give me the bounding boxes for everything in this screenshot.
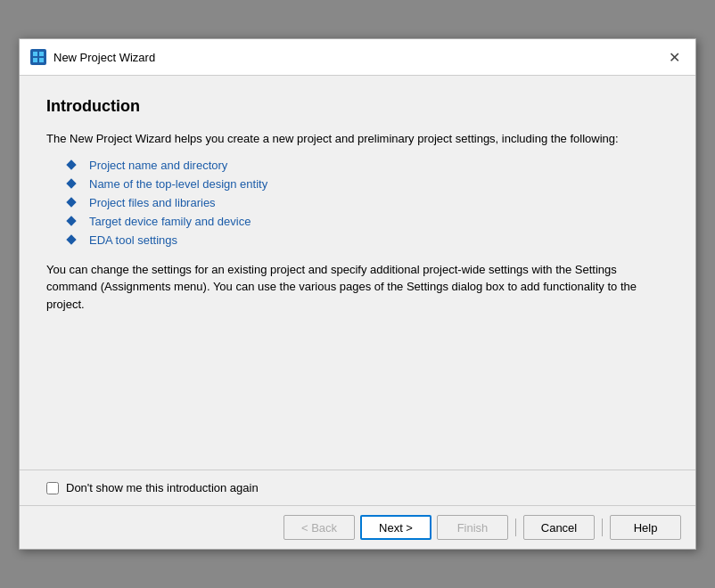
bullet-diamond-icon bbox=[66, 216, 76, 225]
dialog-title: New Project Wizard bbox=[53, 51, 155, 64]
dialog-window: New Project Wizard ✕ Introduction The Ne… bbox=[19, 38, 696, 550]
list-item: EDA tool settings bbox=[46, 233, 669, 247]
dont-show-checkbox[interactable] bbox=[46, 482, 59, 494]
list-item: Target device family and device bbox=[46, 215, 669, 228]
button-bar: < Back Next > Finish Cancel Help bbox=[20, 505, 695, 549]
dialog-content: Introduction The New Project Wizard help… bbox=[20, 76, 695, 470]
feature-list: Project name and directoryName of the to… bbox=[46, 159, 669, 247]
list-item: Project files and libraries bbox=[46, 196, 669, 209]
close-button[interactable]: ✕ bbox=[663, 46, 685, 68]
next-button[interactable]: Next > bbox=[360, 515, 431, 540]
list-item: Project name and directory bbox=[46, 159, 669, 172]
bullet-text: EDA tool settings bbox=[89, 233, 177, 247]
svg-rect-1 bbox=[39, 52, 44, 56]
intro-paragraph: The New Project Wizard helps you create … bbox=[46, 130, 669, 148]
checkbox-row: Don't show me this introduction again bbox=[20, 470, 695, 505]
bullet-text: Target device family and device bbox=[89, 215, 251, 228]
bullet-text: Project files and libraries bbox=[89, 196, 216, 209]
page-heading: Introduction bbox=[46, 97, 669, 116]
button-separator-2 bbox=[602, 519, 603, 536]
svg-rect-3 bbox=[39, 58, 44, 62]
list-item: Name of the top-level design entity bbox=[46, 177, 669, 191]
finish-button[interactable]: Finish bbox=[437, 515, 508, 540]
title-bar: New Project Wizard ✕ bbox=[20, 39, 695, 76]
bullet-text: Name of the top-level design entity bbox=[89, 177, 267, 191]
bullet-diamond-icon bbox=[66, 178, 76, 188]
svg-rect-0 bbox=[33, 52, 37, 56]
footer-paragraph: You can change the settings for an exist… bbox=[46, 261, 669, 314]
dont-show-label[interactable]: Don't show me this introduction again bbox=[66, 481, 259, 494]
help-button[interactable]: Help bbox=[610, 515, 681, 540]
content-spacer bbox=[46, 313, 669, 455]
cancel-button[interactable]: Cancel bbox=[523, 515, 595, 540]
title-bar-left: New Project Wizard bbox=[30, 49, 155, 65]
app-icon bbox=[30, 49, 46, 65]
bullet-diamond-icon bbox=[66, 197, 76, 207]
bullet-diamond-icon bbox=[66, 159, 76, 169]
bullet-text: Project name and directory bbox=[89, 159, 227, 172]
back-button[interactable]: < Back bbox=[284, 515, 355, 540]
bullet-diamond-icon bbox=[66, 234, 76, 244]
svg-rect-2 bbox=[33, 58, 37, 62]
button-separator bbox=[515, 519, 516, 536]
